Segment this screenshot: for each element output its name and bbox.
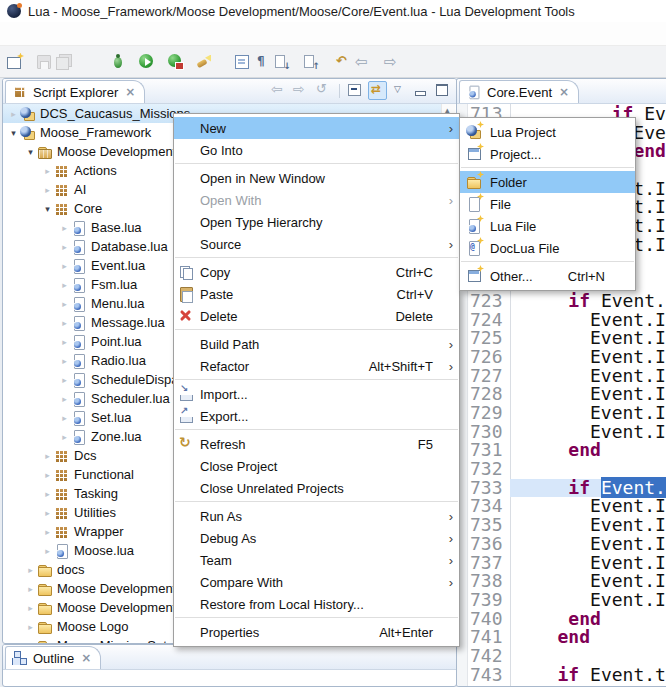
context-menu-item[interactable]: Restore from Local History... xyxy=(174,593,459,615)
expand-arrow-icon[interactable] xyxy=(41,508,54,518)
context-menu-item[interactable]: Open With xyxy=(174,189,459,211)
tab-script-explorer[interactable]: Script Explorer xyxy=(5,80,145,103)
expand-arrow-icon[interactable] xyxy=(41,185,54,195)
expand-arrow-icon[interactable] xyxy=(58,394,71,404)
context-menu-item[interactable]: Refactor Alt+Shift+T xyxy=(174,355,459,377)
tree-item-label: Wrapper xyxy=(74,524,124,539)
expand-arrow-icon[interactable] xyxy=(58,413,71,423)
expand-arrow-icon[interactable] xyxy=(58,242,71,252)
context-menu-item[interactable]: Open in New Window xyxy=(174,167,459,189)
expand-arrow-icon[interactable] xyxy=(58,280,71,290)
expand-arrow-icon[interactable] xyxy=(58,261,71,271)
context-menu-item[interactable]: Build Path xyxy=(174,333,459,355)
previous-annotation-button[interactable] xyxy=(301,50,330,74)
collapse-all-button[interactable] xyxy=(346,81,365,100)
context-menu-item[interactable]: New xyxy=(174,117,459,139)
menu-bar-item[interactable] xyxy=(128,31,146,37)
menu-bar-item[interactable] xyxy=(20,31,38,37)
context-menu-item[interactable]: Close Project xyxy=(174,455,459,477)
context-menu-item[interactable]: Export... xyxy=(174,405,459,427)
expand-arrow-icon[interactable] xyxy=(58,299,71,309)
coverage-button[interactable] xyxy=(166,50,195,74)
context-menu-item[interactable]: Refresh F5 xyxy=(174,433,459,455)
next-annotation-button[interactable] xyxy=(272,50,301,74)
context-menu-item[interactable]: Debug As xyxy=(174,527,459,549)
menu-bar-item[interactable] xyxy=(110,31,128,37)
submenu-item[interactable]: Folder xyxy=(460,171,635,193)
submenu-item[interactable]: DocLua File xyxy=(460,237,635,259)
submenu-item[interactable]: Lua Project xyxy=(460,121,635,143)
context-menu-item[interactable]: Go Into xyxy=(174,139,459,161)
view-menu-button[interactable] xyxy=(390,81,409,100)
expand-arrow-icon[interactable] xyxy=(24,641,37,644)
context-menu-item[interactable]: Team xyxy=(174,549,459,571)
expand-arrow-icon[interactable] xyxy=(58,375,71,385)
expand-arrow-icon[interactable] xyxy=(41,451,54,461)
expand-arrow-icon[interactable] xyxy=(41,527,54,537)
expand-arrow-icon[interactable] xyxy=(24,584,37,594)
expand-arrow-icon[interactable] xyxy=(58,356,71,366)
context-menu-item[interactable]: Run As xyxy=(174,505,459,527)
link-with-editor-toggle[interactable] xyxy=(368,81,387,100)
maximize-button[interactable] xyxy=(434,81,453,100)
menu-bar-item[interactable] xyxy=(2,31,20,37)
minimize-button[interactable] xyxy=(412,81,431,100)
context-menu-item[interactable]: Source xyxy=(174,233,459,255)
menu-bar-item[interactable] xyxy=(164,31,182,37)
submenu-item[interactable]: Lua File xyxy=(460,215,635,237)
explorer-back-button[interactable] xyxy=(270,81,289,100)
tab-core-event[interactable]: Core.Event xyxy=(459,80,579,103)
submenu-item[interactable]: File xyxy=(460,193,635,215)
context-menu-item[interactable]: Close Unrelated Projects xyxy=(174,477,459,499)
expand-arrow-icon[interactable] xyxy=(41,166,54,176)
submenu-arrow-icon xyxy=(443,531,453,546)
expand-arrow-icon[interactable] xyxy=(24,622,37,632)
explorer-up-button[interactable] xyxy=(314,81,333,100)
expand-arrow-icon[interactable] xyxy=(24,603,37,613)
save-button[interactable] xyxy=(34,50,54,74)
tree-item-label: DCS_Caucasus_Missions xyxy=(40,106,190,121)
explorer-forward-button[interactable] xyxy=(292,81,311,100)
expand-arrow-icon[interactable] xyxy=(58,318,71,328)
context-menu-item[interactable]: Compare With xyxy=(174,571,459,593)
run-button[interactable] xyxy=(137,50,166,74)
expand-arrow-icon[interactable] xyxy=(24,147,37,157)
menu-bar-item[interactable] xyxy=(146,31,164,37)
context-menu-item[interactable]: Properties Alt+Enter xyxy=(174,621,459,643)
close-icon[interactable] xyxy=(81,651,91,665)
expand-arrow-icon[interactable] xyxy=(24,565,37,575)
context-menu-item[interactable]: Paste Ctrl+V xyxy=(174,283,459,305)
tab-outline[interactable]: Outline xyxy=(5,646,101,669)
submenu-item[interactable]: Other... Ctrl+N xyxy=(460,265,635,287)
expand-arrow-icon[interactable] xyxy=(41,470,54,480)
menu-bar-item[interactable] xyxy=(92,31,110,37)
close-icon[interactable] xyxy=(559,85,569,99)
back-button[interactable] xyxy=(354,50,383,74)
last-edit-location-button[interactable] xyxy=(334,50,354,74)
save-all-button[interactable] xyxy=(54,50,74,74)
context-menu-item[interactable]: Open Type Hierarchy xyxy=(174,211,459,233)
context-menu-item[interactable]: Import... xyxy=(174,383,459,405)
expand-arrow-icon[interactable] xyxy=(58,432,71,442)
open-element-button[interactable] xyxy=(232,50,252,74)
context-menu-item[interactable]: Copy Ctrl+C xyxy=(174,261,459,283)
expand-arrow-icon[interactable] xyxy=(41,546,54,556)
close-icon[interactable] xyxy=(125,85,135,99)
expand-arrow-icon[interactable] xyxy=(41,489,54,499)
menu-bar-item[interactable] xyxy=(56,31,74,37)
debug-button[interactable] xyxy=(108,50,137,74)
forward-button[interactable] xyxy=(383,50,412,74)
tree-item-icon xyxy=(71,220,87,236)
expand-arrow-icon[interactable] xyxy=(58,337,71,347)
menu-bar-item[interactable] xyxy=(74,31,92,37)
expand-arrow-icon[interactable] xyxy=(58,223,71,233)
mark-occurrences-button[interactable] xyxy=(252,50,272,74)
expand-arrow-icon[interactable] xyxy=(41,204,54,214)
search-button[interactable] xyxy=(195,50,224,74)
menu-bar-item[interactable] xyxy=(38,31,56,37)
context-menu-item[interactable]: Delete Delete xyxy=(174,305,459,327)
expand-arrow-icon[interactable] xyxy=(7,109,20,119)
submenu-item[interactable]: Project... xyxy=(460,143,635,165)
new-wizard-button[interactable] xyxy=(5,50,34,74)
expand-arrow-icon[interactable] xyxy=(7,128,20,138)
